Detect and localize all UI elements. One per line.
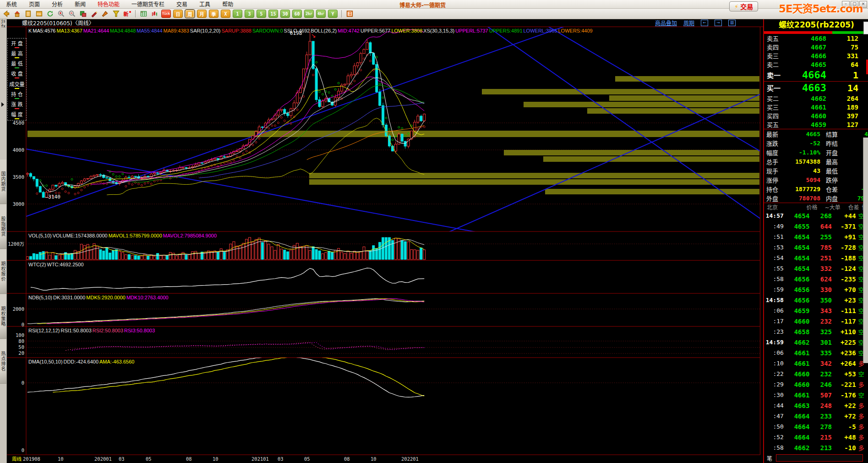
legend-row: 收 盘	[11, 70, 23, 78]
nav-back-icon[interactable]: ←	[701, 20, 708, 26]
svg-text:10: 10	[213, 456, 218, 462]
bid-row: 买五4659127	[764, 120, 868, 129]
sidebar-expand-icon[interactable]	[1, 102, 4, 107]
new-icon[interactable]: 新	[123, 10, 131, 18]
tape-row: :544654251-188空	[764, 253, 868, 263]
menu-item-新闻[interactable]: 新闻	[69, 1, 92, 8]
ask-row: 卖三4666331	[764, 51, 868, 60]
tape-row: 14:594662301+225空	[764, 337, 868, 347]
table-icon[interactable]	[139, 10, 148, 18]
period-60-button[interactable]: 60	[292, 10, 302, 18]
svg-text:201908: 201908	[23, 456, 40, 462]
refresh-icon[interactable]	[46, 10, 55, 18]
svg-text:202201: 202201	[401, 456, 419, 462]
ask-row: 卖一46641	[764, 69, 868, 81]
tape-row: :294660246-221多	[764, 379, 868, 390]
tape-row: :584662213-10多	[764, 442, 868, 453]
overlay-link[interactable]: 商品叠加	[655, 19, 677, 27]
quote-panel: 螺纹2205(rb2205) 卖五4668112卖四466775卖三466633…	[763, 19, 868, 463]
menu-item-分析[interactable]: 分析	[46, 1, 69, 8]
tape-row: :584656624-235空	[764, 274, 868, 284]
back-icon[interactable]	[2, 10, 11, 18]
svg-text:03: 03	[119, 456, 125, 462]
stat-row: 涨停5094跌停43	[764, 175, 868, 184]
tape-row: 14:584656350+23空	[764, 295, 868, 305]
period-X-button[interactable]: X	[221, 10, 230, 18]
kline-icon[interactable]	[150, 10, 159, 18]
brush-icon[interactable]	[101, 10, 109, 18]
menu-item-交易[interactable]: 交易	[170, 1, 193, 8]
period-4hr-button[interactable]: 4hr	[316, 10, 326, 18]
notebook-icon[interactable]	[24, 10, 33, 18]
sidebar-tab-热点排名[interactable]: 热点排名	[0, 339, 6, 384]
svg-text:1200万: 1200万	[8, 241, 24, 247]
period-15-button[interactable]: 15	[268, 10, 278, 18]
menu-item-工具[interactable]: 工具	[193, 1, 216, 8]
tape-row: :234658325+110空	[764, 326, 868, 337]
sidebar-tab-期权策略[interactable]: 期权策略	[0, 294, 6, 339]
tape-row: :554654332-124空	[764, 263, 868, 274]
pencil-icon[interactable]	[90, 10, 98, 18]
scrollbar-thumb[interactable]	[866, 60, 868, 74]
svg-text:05: 05	[146, 456, 152, 462]
menu-item-特色功能[interactable]: 特色功能	[92, 1, 126, 8]
legend-row: 成交量	[10, 80, 25, 89]
fid-icon[interactable]: FID	[35, 10, 44, 18]
main-chart[interactable]: 6198↘—314045004000350030001200万200001008…	[0, 0, 868, 463]
period-日-button[interactable]: 日	[173, 10, 183, 18]
home-icon[interactable]	[13, 10, 22, 18]
period-1-button[interactable]: 1	[233, 10, 242, 18]
period-30-button[interactable]: 30	[280, 10, 290, 18]
multi-window-icon[interactable]	[345, 10, 354, 18]
legend-row: 最 高	[11, 50, 23, 58]
svg-text:周线: 周线	[12, 456, 22, 462]
sidebar-tab-股指期货[interactable]: 股指期货	[0, 204, 6, 249]
svg-text:80: 80	[18, 338, 24, 344]
legend-row: 幅 度	[11, 110, 23, 119]
menu-item-系统[interactable]: 系统	[0, 1, 23, 8]
svg-text:03: 03	[278, 456, 284, 462]
zoom-out-icon[interactable]	[68, 10, 76, 18]
menu-items: 系统页面分析新闻特色功能一德期货专栏交易工具帮助	[0, 0, 239, 9]
drawing-input-box[interactable]	[776, 454, 863, 462]
svg-text:FID: FID	[37, 13, 41, 16]
main-indicator-readout: KMA5:4576MA13:4367MA21:4644MA34:4848MA55…	[28, 28, 594, 33]
period-tick-button[interactable]: Tick	[161, 10, 171, 18]
svg-text:202101: 202101	[251, 456, 269, 462]
layers-icon[interactable]	[79, 10, 87, 18]
period-Y-button[interactable]: Y	[328, 10, 338, 18]
left-sidebar: jsfx 国内期货股指期货期权报价期权策略热点排名	[0, 19, 7, 463]
vol-indicator-readout: VOL(5,10)VOLUME:1574388.0000MAVOL1:57857…	[28, 233, 218, 238]
period-周-button[interactable]: 周	[185, 10, 195, 18]
filter-icon[interactable]	[112, 10, 120, 18]
docked-panel-edge	[863, 138, 868, 363]
svg-text:202001: 202001	[94, 456, 112, 462]
menu-item-帮助[interactable]: 帮助	[216, 1, 239, 8]
menu-item-一德期货专栏[interactable]: 一德期货专栏	[126, 1, 170, 8]
period-link[interactable]: 周期	[683, 19, 694, 27]
sidebar-tab-期权报价[interactable]: 期权报价	[0, 249, 6, 294]
period-月-button[interactable]: 月	[197, 10, 207, 18]
zoom-in-icon[interactable]	[57, 10, 66, 18]
period-2hr-button[interactable]: 2hr	[304, 10, 314, 18]
period-3-button[interactable]: 3	[245, 10, 254, 18]
sidebar-mini-labels: jsfx	[0, 19, 6, 29]
bid-row: 买一466314	[764, 82, 868, 94]
bid-row: 买三4661189	[764, 103, 868, 111]
menu-item-页面[interactable]: 页面	[23, 1, 46, 8]
tape-row: :524664215+48多	[764, 432, 868, 442]
lightning-icon: ⚡	[734, 3, 738, 10]
tape-row: :594656330+70空	[764, 284, 868, 295]
nav-forward-icon[interactable]: →	[715, 20, 722, 26]
svg-text:0: 0	[22, 447, 24, 453]
tape-row: :224660232+53空	[764, 369, 868, 379]
svg-text:0: 0	[22, 322, 24, 327]
split-window-icon[interactable]: ▥	[728, 20, 736, 26]
period-5-button[interactable]: 5	[257, 10, 266, 18]
sidebar-tab-国内期货[interactable]: 国内期货	[0, 160, 6, 204]
stat-row: 现手43最低46	[764, 166, 868, 175]
trade-button[interactable]: ⚡ 交易	[729, 1, 758, 11]
legend-row: 涨 跌	[11, 100, 23, 109]
period-季-button[interactable]: 季	[209, 10, 218, 18]
svg-text:4000: 4000	[13, 147, 24, 153]
